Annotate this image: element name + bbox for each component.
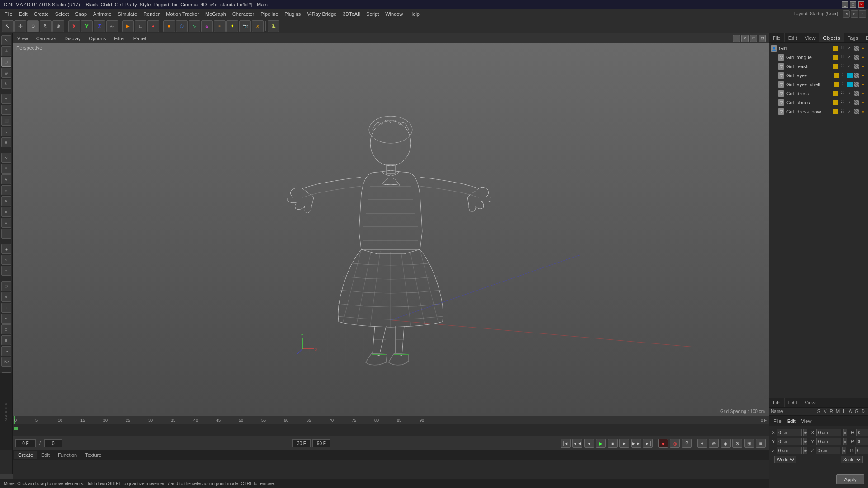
tool-render[interactable]: ▶	[122, 20, 134, 32]
viewport-icon-zoom[interactable]: ⊕	[741, 35, 749, 42]
btn-play[interactable]: ▶	[596, 439, 606, 448]
right-tab-file[interactable]: File	[769, 33, 785, 42]
prop-z-rot[interactable]	[816, 447, 840, 454]
menu-motion-tracker[interactable]: Motion Tracker	[163, 10, 202, 18]
object-girl-tongue[interactable]: ▽ Girl_tongue ⠿ ✓ ●	[769, 53, 868, 62]
tool-camera[interactable]: 📷	[239, 20, 251, 32]
view-menu-options[interactable]: Options	[87, 35, 108, 42]
mat-tab-edit[interactable]: Edit	[38, 451, 53, 459]
left-tool-25[interactable]: ≃	[1, 314, 11, 324]
object-girl-leash[interactable]: ▽ Girl_leash ⠿ ✓ ●	[769, 62, 868, 71]
left-tool-22[interactable]: ⬡	[1, 281, 11, 291]
view-menu-view[interactable]: View	[15, 35, 30, 42]
menu-help[interactable]: Help	[406, 10, 422, 18]
left-tool-19[interactable]: ◈	[1, 244, 11, 254]
menu-create[interactable]: Create	[31, 10, 52, 18]
tool-deform[interactable]: ≈	[214, 20, 226, 32]
tool-world[interactable]: ◎	[106, 20, 118, 32]
tool-nurbs[interactable]: ⊛	[201, 20, 213, 32]
prop-x-rot-spin[interactable]: ⊕	[843, 429, 847, 436]
layout-right-btn[interactable]: ►	[851, 10, 858, 18]
left-tool-27[interactable]: ⊕	[1, 335, 11, 345]
left-tool-13[interactable]: ∇	[1, 174, 11, 184]
btn-go-start[interactable]: |◄	[561, 439, 571, 448]
prop-z-pos[interactable]	[777, 447, 802, 454]
menu-vray[interactable]: V-Ray Bridge	[304, 10, 339, 18]
menu-file[interactable]: File	[2, 10, 15, 18]
br-tab-view[interactable]: View	[801, 398, 820, 407]
btn-next-key[interactable]: ►►	[631, 439, 641, 448]
view-menu-cameras[interactable]: Cameras	[34, 35, 58, 42]
btn-timeline-add[interactable]: +	[697, 439, 707, 448]
btn-prev-key[interactable]: ◄◄	[572, 439, 582, 448]
tool-xpresso[interactable]: X	[252, 20, 264, 32]
tool-cube[interactable]: ■	[163, 20, 175, 32]
prop-y-rot-spin[interactable]: ⊕	[843, 438, 847, 445]
menu-mograph[interactable]: MoGraph	[203, 10, 229, 18]
left-tool-5[interactable]: ↻	[1, 79, 11, 89]
minimize-button[interactable]: _	[842, 1, 848, 8]
tool-scale[interactable]: ⊙	[27, 20, 39, 32]
left-tool-15[interactable]: ≋	[1, 196, 11, 206]
tool-spline[interactable]: ∿	[189, 20, 200, 32]
object-girl[interactable]: 👤 Girl ⠿ ✓ ●	[769, 44, 868, 53]
menu-script[interactable]: Script	[363, 10, 382, 18]
menu-simulate[interactable]: Simulate	[115, 10, 140, 18]
view-menu-filter[interactable]: Filter	[112, 35, 127, 42]
left-tool-9[interactable]: ∿	[1, 127, 11, 136]
left-tool-10[interactable]: ⊞	[1, 137, 11, 147]
preview-start-input[interactable]	[44, 439, 62, 447]
btn-prev-frame[interactable]: ◄	[584, 439, 594, 448]
menu-animate[interactable]: Animate	[90, 10, 114, 18]
object-girl-eyes-shell[interactable]: ▽ Girl_eyes_shell ⠿ ●	[769, 80, 868, 89]
left-tool-2[interactable]: ✛	[1, 46, 11, 56]
btn-go-end[interactable]: ►|	[643, 439, 653, 448]
menu-plugins[interactable]: Plugins	[282, 10, 303, 18]
prop-b-val[interactable]	[855, 447, 868, 454]
left-tool-6[interactable]: ⊕	[1, 94, 11, 104]
props-tab-edit[interactable]: Edit	[784, 418, 798, 425]
close-button[interactable]: ✕	[858, 1, 864, 8]
prop-h-val[interactable]	[856, 429, 868, 436]
timeline-track[interactable]	[13, 424, 769, 436]
fps-input[interactable]	[292, 439, 311, 447]
right-tab-bookmarks[interactable]: Bookmarks	[862, 33, 868, 42]
object-girl-dress-bow[interactable]: ▽ Girl_dress_bow ⠿ ✓ ●	[769, 107, 868, 116]
left-tool-28[interactable]: ⋯	[1, 346, 11, 356]
tool-transform[interactable]: ⊕	[52, 20, 64, 32]
btn-stop[interactable]: ■	[608, 439, 618, 448]
mat-tab-create[interactable]: Create	[14, 451, 37, 459]
left-tool-20[interactable]: $	[1, 255, 11, 265]
menu-select[interactable]: Select	[52, 10, 72, 18]
layout-left-btn[interactable]: ◄	[843, 10, 850, 18]
left-tool-3[interactable]: ⬡	[1, 57, 11, 67]
br-tab-edit[interactable]: Edit	[785, 398, 801, 407]
btn-keyframe[interactable]: ?	[682, 439, 692, 448]
prop-y-pos[interactable]	[777, 438, 802, 445]
end-frame-input[interactable]	[312, 439, 330, 447]
left-tool-4[interactable]: ◎	[1, 68, 11, 78]
apply-button[interactable]: Apply	[836, 474, 864, 484]
prop-y-spin[interactable]: ⊕	[803, 438, 807, 445]
scale-dropdown[interactable]: Scale	[841, 456, 863, 463]
left-tool-26[interactable]: ⊡	[1, 324, 11, 334]
right-tab-tags[interactable]: Tags	[844, 33, 862, 42]
tool-move[interactable]: ✛	[14, 20, 26, 32]
viewport-icon-settings[interactable]: ⊡	[759, 35, 766, 42]
tool-rotate[interactable]: ↻	[40, 20, 52, 32]
btn-timeline-grid[interactable]: ⊞	[744, 439, 754, 448]
right-tab-view[interactable]: View	[801, 33, 820, 42]
btn-timeline-more[interactable]: ≡	[756, 439, 766, 448]
mat-tab-texture[interactable]: Texture	[81, 451, 105, 459]
tool-z-axis[interactable]: Z	[94, 20, 105, 32]
tool-light[interactable]: ✦	[226, 20, 238, 32]
layout-menu-btn[interactable]: ≡	[859, 10, 866, 18]
prop-y-rot[interactable]	[816, 438, 841, 445]
left-tool-18[interactable]: ⋮	[1, 229, 11, 239]
prop-z-spin[interactable]: ⊕	[803, 447, 807, 454]
btn-next-frame[interactable]: ►	[619, 439, 629, 448]
btn-record[interactable]: ●	[658, 439, 668, 448]
left-tool-17[interactable]: ≡	[1, 218, 11, 228]
left-tool-24[interactable]: ⊖	[1, 303, 11, 313]
right-tab-objects[interactable]: Objects	[819, 33, 844, 42]
